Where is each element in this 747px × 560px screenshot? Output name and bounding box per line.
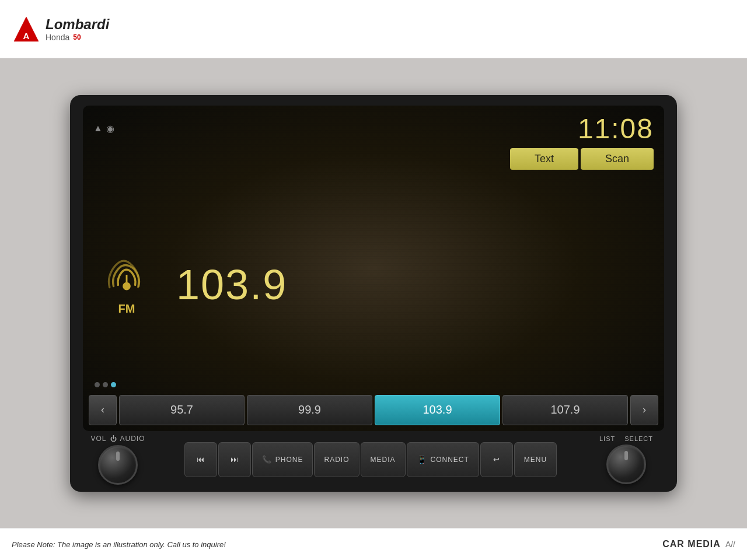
media-buttons-group: ⏮ ⏭ 📞 PHONE RADIO MEDIA 📱 CONNECT	[153, 442, 588, 477]
radio-button[interactable]: RADIO	[314, 442, 359, 477]
frequency-display: 103.9	[176, 261, 287, 309]
radio-label: RADIO	[324, 456, 349, 464]
fm-display-area: FM 103.9	[83, 174, 664, 395]
power-icon: ⏻	[110, 435, 117, 442]
preset-dot-1	[95, 382, 100, 387]
vol-label: VOL	[90, 435, 106, 443]
vol-knob[interactable]	[98, 445, 138, 485]
screen-buttons-row: Text Scan	[83, 148, 664, 174]
brand-anniversary: 50	[73, 33, 81, 41]
text-button[interactable]: Text	[510, 148, 578, 170]
connect-label: CONNECT	[431, 456, 469, 464]
scan-button[interactable]: Scan	[581, 148, 654, 170]
clock-display: 11:08	[578, 113, 654, 145]
phone-connect-icon: 📱	[417, 455, 427, 464]
infotainment-screen[interactable]: ▲ ◉ 11:08 Text Scan	[83, 106, 664, 431]
media-button[interactable]: MEDIA	[361, 442, 406, 477]
back-button[interactable]: ↩	[480, 442, 513, 477]
preset-button-2[interactable]: 99.9	[247, 395, 372, 425]
phone-button[interactable]: 📞 PHONE	[252, 442, 313, 477]
brand-main-text: Lombardi	[46, 16, 109, 33]
footer: Please Note: The image is an illustratio…	[0, 528, 747, 560]
phone-icon: 📞	[262, 455, 272, 464]
phone-label: PHONE	[275, 456, 303, 464]
preset-next-button[interactable]: ›	[630, 395, 658, 425]
next-track-icon: ⏭	[231, 455, 239, 464]
vol-label-row: VOL ⏻ AUDIO	[90, 435, 145, 443]
svg-point-2	[123, 282, 131, 290]
preset-dot-2	[103, 382, 108, 387]
brand-name: Lombardi Honda 50	[46, 16, 109, 42]
nav-icon-circle: ◉	[106, 123, 114, 134]
svg-text:A: A	[23, 30, 30, 40]
nav-icon-triangle: ▲	[93, 123, 103, 134]
top-bar: A Lombardi Honda 50	[0, 0, 747, 58]
logo-icon: A	[12, 15, 41, 44]
fm-radio-icon	[100, 253, 153, 299]
media-label: MEDIA	[371, 456, 396, 464]
prev-track-button[interactable]: ⏮	[184, 442, 217, 477]
infotainment-unit: ▲ ◉ 11:08 Text Scan	[70, 95, 677, 492]
footer-brand: CAR MEDIA A//	[662, 539, 735, 550]
fm-label: FM	[118, 302, 135, 316]
list-label: LIST	[599, 435, 615, 442]
nav-icons: ▲ ◉	[93, 123, 114, 134]
main-content: ▲ ◉ 11:08 Text Scan	[0, 58, 747, 528]
prev-track-icon: ⏮	[197, 455, 205, 464]
preset-button-1[interactable]: 95.7	[119, 395, 245, 425]
preset-button-3[interactable]: 103.9	[375, 395, 500, 425]
brand-suffix: A//	[725, 540, 735, 549]
car-media-logo: CAR MEDIA	[662, 539, 721, 550]
preset-button-4[interactable]: 107.9	[502, 395, 628, 425]
brand-sub-text: Honda	[46, 33, 69, 42]
screen-top-bar: ▲ ◉ 11:08	[83, 106, 664, 148]
next-track-button[interactable]: ⏭	[218, 442, 251, 477]
select-section: LIST SELECT	[588, 435, 664, 484]
footer-note: Please Note: The image is an illustratio…	[12, 540, 226, 549]
logo-area: A Lombardi Honda 50	[12, 15, 109, 44]
back-icon: ↩	[493, 455, 500, 464]
menu-label: MENU	[524, 456, 547, 464]
preset-bar: ‹ 95.7 99.9 103.9 107.9 ›	[83, 395, 664, 431]
preset-dot-3	[111, 382, 116, 387]
preset-prev-button[interactable]: ‹	[89, 395, 117, 425]
select-label-row: LIST SELECT	[599, 435, 653, 442]
select-knob[interactable]	[606, 444, 646, 484]
audio-label: AUDIO	[120, 435, 145, 443]
menu-button[interactable]: MENU	[514, 442, 557, 477]
fm-icon-area: FM	[100, 253, 153, 316]
connect-button[interactable]: 📱 CONNECT	[407, 442, 479, 477]
vol-section: VOL ⏻ AUDIO	[83, 435, 153, 485]
controls-row: VOL ⏻ AUDIO ⏮ ⏭ 📞 PHONE RA	[83, 438, 664, 481]
select-label: SELECT	[624, 435, 653, 442]
preset-dots	[95, 382, 116, 387]
